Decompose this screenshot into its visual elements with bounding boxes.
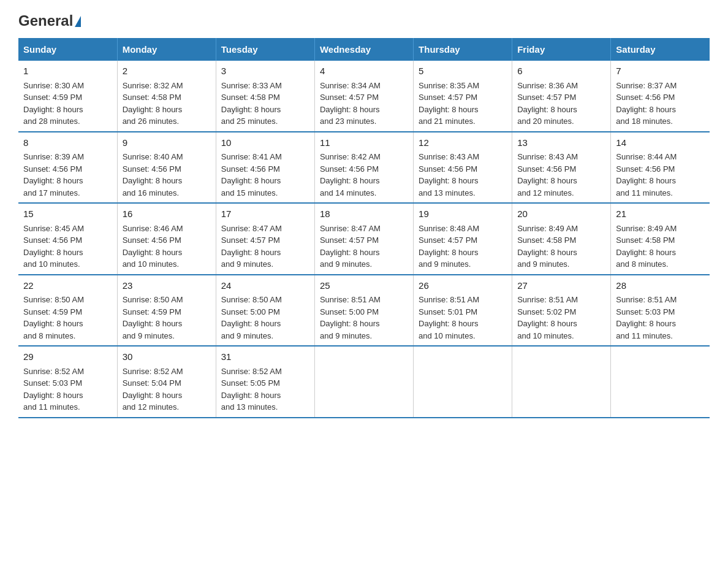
calendar-cell: 4Sunrise: 8:34 AMSunset: 4:57 PMDaylight… bbox=[314, 61, 413, 132]
day-number: 26 bbox=[419, 279, 507, 293]
day-number: 17 bbox=[221, 207, 309, 221]
day-info: Sunrise: 8:48 AMSunset: 4:57 PMDaylight:… bbox=[419, 223, 507, 270]
calendar-cell: 30Sunrise: 8:52 AMSunset: 5:04 PMDayligh… bbox=[117, 346, 216, 418]
calendar-cell: 14Sunrise: 8:44 AMSunset: 4:56 PMDayligh… bbox=[611, 132, 710, 204]
calendar-cell: 21Sunrise: 8:49 AMSunset: 4:58 PMDayligh… bbox=[611, 203, 710, 275]
day-info: Sunrise: 8:34 AMSunset: 4:57 PMDaylight:… bbox=[320, 80, 408, 128]
calendar-cell: 28Sunrise: 8:51 AMSunset: 5:03 PMDayligh… bbox=[611, 275, 710, 347]
day-info: Sunrise: 8:35 AMSunset: 4:57 PMDaylight:… bbox=[419, 80, 507, 128]
logo-general: General bbox=[18, 12, 73, 29]
day-info: Sunrise: 8:47 AMSunset: 4:57 PMDaylight:… bbox=[320, 223, 408, 270]
day-number: 7 bbox=[616, 64, 705, 79]
day-number: 6 bbox=[517, 64, 605, 79]
header-saturday: Saturday bbox=[611, 38, 710, 61]
day-info: Sunrise: 8:51 AMSunset: 5:00 PMDaylight:… bbox=[320, 294, 408, 342]
calendar-cell bbox=[611, 346, 710, 418]
header-friday: Friday bbox=[512, 38, 611, 61]
day-number: 25 bbox=[320, 279, 408, 293]
day-info: Sunrise: 8:44 AMSunset: 4:56 PMDaylight:… bbox=[616, 151, 705, 199]
day-info: Sunrise: 8:30 AMSunset: 4:59 PMDaylight:… bbox=[23, 80, 112, 128]
calendar-week-row: 29Sunrise: 8:52 AMSunset: 5:03 PMDayligh… bbox=[18, 346, 710, 418]
day-info: Sunrise: 8:41 AMSunset: 4:56 PMDaylight:… bbox=[221, 151, 309, 199]
page-header: General bbox=[18, 12, 710, 26]
day-number: 8 bbox=[23, 136, 112, 150]
day-info: Sunrise: 8:43 AMSunset: 4:56 PMDaylight:… bbox=[517, 151, 605, 199]
calendar-cell: 5Sunrise: 8:35 AMSunset: 4:57 PMDaylight… bbox=[414, 61, 512, 132]
calendar-cell: 23Sunrise: 8:50 AMSunset: 4:59 PMDayligh… bbox=[117, 275, 216, 347]
day-info: Sunrise: 8:45 AMSunset: 4:56 PMDaylight:… bbox=[23, 223, 112, 270]
day-info: Sunrise: 8:50 AMSunset: 5:00 PMDaylight:… bbox=[221, 294, 309, 342]
calendar-week-row: 15Sunrise: 8:45 AMSunset: 4:56 PMDayligh… bbox=[18, 203, 710, 275]
calendar-cell: 13Sunrise: 8:43 AMSunset: 4:56 PMDayligh… bbox=[512, 132, 611, 204]
day-number: 1 bbox=[23, 64, 112, 79]
calendar-cell: 22Sunrise: 8:50 AMSunset: 4:59 PMDayligh… bbox=[18, 275, 117, 347]
day-number: 23 bbox=[123, 279, 211, 293]
day-number: 2 bbox=[123, 64, 211, 79]
calendar-table: SundayMondayTuesdayWednesdayThursdayFrid… bbox=[18, 38, 710, 418]
day-number: 4 bbox=[320, 64, 408, 79]
day-number: 10 bbox=[221, 136, 309, 150]
day-number: 11 bbox=[320, 136, 408, 150]
calendar-cell bbox=[414, 346, 512, 418]
day-info: Sunrise: 8:52 AMSunset: 5:05 PMDaylight:… bbox=[221, 366, 309, 413]
day-info: Sunrise: 8:50 AMSunset: 4:59 PMDaylight:… bbox=[23, 294, 112, 342]
day-number: 30 bbox=[123, 350, 211, 364]
calendar-cell bbox=[314, 346, 413, 418]
calendar-cell: 24Sunrise: 8:50 AMSunset: 5:00 PMDayligh… bbox=[216, 275, 314, 347]
day-number: 14 bbox=[616, 136, 705, 150]
day-number: 27 bbox=[517, 279, 605, 293]
day-info: Sunrise: 8:36 AMSunset: 4:57 PMDaylight:… bbox=[517, 80, 605, 128]
day-info: Sunrise: 8:49 AMSunset: 4:58 PMDaylight:… bbox=[517, 223, 605, 270]
calendar-cell: 3Sunrise: 8:33 AMSunset: 4:58 PMDaylight… bbox=[216, 61, 314, 132]
day-info: Sunrise: 8:32 AMSunset: 4:58 PMDaylight:… bbox=[123, 80, 211, 128]
day-number: 20 bbox=[517, 207, 605, 221]
day-number: 3 bbox=[221, 64, 309, 79]
calendar-cell: 29Sunrise: 8:52 AMSunset: 5:03 PMDayligh… bbox=[18, 346, 117, 418]
calendar-cell: 20Sunrise: 8:49 AMSunset: 4:58 PMDayligh… bbox=[512, 203, 611, 275]
day-number: 16 bbox=[123, 207, 211, 221]
day-info: Sunrise: 8:39 AMSunset: 4:56 PMDaylight:… bbox=[23, 151, 112, 199]
header-tuesday: Tuesday bbox=[216, 38, 314, 61]
logo: General bbox=[18, 12, 81, 26]
calendar-cell: 2Sunrise: 8:32 AMSunset: 4:58 PMDaylight… bbox=[117, 61, 216, 132]
day-number: 5 bbox=[419, 64, 507, 79]
day-number: 31 bbox=[221, 350, 309, 364]
calendar-cell bbox=[512, 346, 611, 418]
calendar-week-row: 1Sunrise: 8:30 AMSunset: 4:59 PMDaylight… bbox=[18, 61, 710, 132]
day-info: Sunrise: 8:51 AMSunset: 5:01 PMDaylight:… bbox=[419, 294, 507, 342]
day-info: Sunrise: 8:52 AMSunset: 5:03 PMDaylight:… bbox=[23, 366, 112, 413]
day-number: 15 bbox=[23, 207, 112, 221]
day-info: Sunrise: 8:37 AMSunset: 4:56 PMDaylight:… bbox=[616, 80, 705, 128]
calendar-cell: 8Sunrise: 8:39 AMSunset: 4:56 PMDaylight… bbox=[18, 132, 117, 204]
calendar-cell: 19Sunrise: 8:48 AMSunset: 4:57 PMDayligh… bbox=[414, 203, 512, 275]
calendar-cell: 25Sunrise: 8:51 AMSunset: 5:00 PMDayligh… bbox=[314, 275, 413, 347]
calendar-cell: 31Sunrise: 8:52 AMSunset: 5:05 PMDayligh… bbox=[216, 346, 314, 418]
calendar-cell: 26Sunrise: 8:51 AMSunset: 5:01 PMDayligh… bbox=[414, 275, 512, 347]
calendar-cell: 1Sunrise: 8:30 AMSunset: 4:59 PMDaylight… bbox=[18, 61, 117, 132]
calendar-week-row: 22Sunrise: 8:50 AMSunset: 4:59 PMDayligh… bbox=[18, 275, 710, 347]
header-thursday: Thursday bbox=[414, 38, 512, 61]
calendar-cell: 16Sunrise: 8:46 AMSunset: 4:56 PMDayligh… bbox=[117, 203, 216, 275]
day-info: Sunrise: 8:46 AMSunset: 4:56 PMDaylight:… bbox=[123, 223, 211, 270]
day-number: 28 bbox=[616, 279, 705, 293]
day-number: 18 bbox=[320, 207, 408, 221]
header-wednesday: Wednesday bbox=[314, 38, 413, 61]
day-number: 22 bbox=[23, 279, 112, 293]
day-info: Sunrise: 8:42 AMSunset: 4:56 PMDaylight:… bbox=[320, 151, 408, 199]
calendar-cell: 27Sunrise: 8:51 AMSunset: 5:02 PMDayligh… bbox=[512, 275, 611, 347]
header-monday: Monday bbox=[117, 38, 216, 61]
logo-triangle-icon bbox=[75, 16, 81, 27]
day-info: Sunrise: 8:49 AMSunset: 4:58 PMDaylight:… bbox=[616, 223, 705, 270]
day-number: 12 bbox=[419, 136, 507, 150]
day-info: Sunrise: 8:50 AMSunset: 4:59 PMDaylight:… bbox=[123, 294, 211, 342]
calendar-cell: 11Sunrise: 8:42 AMSunset: 4:56 PMDayligh… bbox=[314, 132, 413, 204]
calendar-cell: 15Sunrise: 8:45 AMSunset: 4:56 PMDayligh… bbox=[18, 203, 117, 275]
day-info: Sunrise: 8:47 AMSunset: 4:57 PMDaylight:… bbox=[221, 223, 309, 270]
calendar-cell: 12Sunrise: 8:43 AMSunset: 4:56 PMDayligh… bbox=[414, 132, 512, 204]
day-info: Sunrise: 8:51 AMSunset: 5:02 PMDaylight:… bbox=[517, 294, 605, 342]
day-info: Sunrise: 8:52 AMSunset: 5:04 PMDaylight:… bbox=[123, 366, 211, 413]
calendar-cell: 17Sunrise: 8:47 AMSunset: 4:57 PMDayligh… bbox=[216, 203, 314, 275]
calendar-cell: 10Sunrise: 8:41 AMSunset: 4:56 PMDayligh… bbox=[216, 132, 314, 204]
day-info: Sunrise: 8:51 AMSunset: 5:03 PMDaylight:… bbox=[616, 294, 705, 342]
day-info: Sunrise: 8:40 AMSunset: 4:56 PMDaylight:… bbox=[123, 151, 211, 199]
